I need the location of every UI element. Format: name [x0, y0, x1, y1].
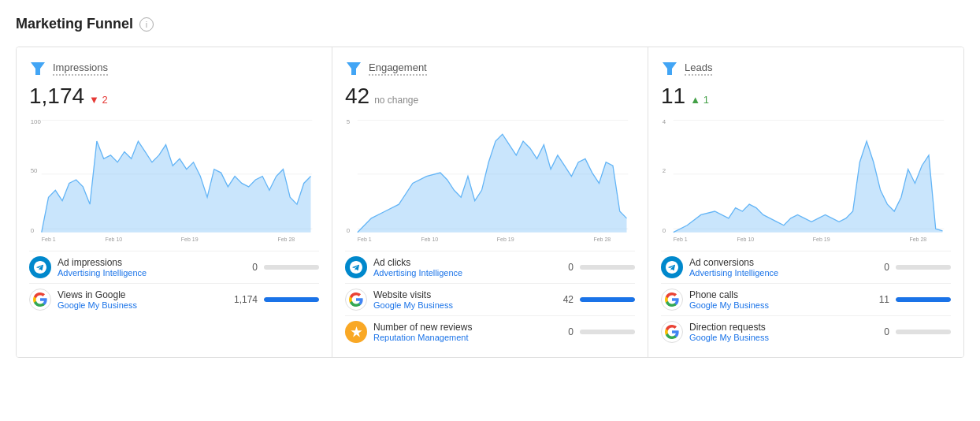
svg-marker-12 — [347, 62, 361, 75]
svg-marker-23 — [663, 62, 677, 75]
source-bar — [896, 297, 951, 302]
source-row-new-reviews: ★ Number of new reviews Reputation Manag… — [345, 315, 635, 348]
source-info: Number of new reviews Reputation Managem… — [373, 322, 544, 342]
sources-list: Ad clicks Advertising Intelligence 0 Web… — [345, 251, 635, 348]
page-title: Marketing Funnel — [16, 16, 133, 32]
source-row-ad-impressions: Ad impressions Advertising Intelligence … — [29, 251, 319, 283]
svg-text:0: 0 — [31, 227, 35, 234]
source-info: Direction requests Google My Business — [689, 322, 859, 342]
source-bar-wrap — [264, 265, 319, 270]
chart-engagement: 5 0 Feb 1 Feb 10 Feb 19 Feb 28 — [345, 117, 635, 243]
svg-text:0: 0 — [663, 227, 666, 234]
source-link[interactable]: Google My Business — [58, 300, 228, 310]
source-count: 42 — [550, 294, 574, 305]
svg-text:Feb 1: Feb 1 — [358, 237, 372, 242]
funnel-icon — [29, 60, 46, 77]
source-link[interactable]: Advertising Intelligence — [689, 268, 859, 278]
info-icon[interactable]: i — [139, 17, 154, 32]
svg-marker-18 — [358, 134, 627, 232]
svg-text:Feb 19: Feb 19 — [813, 237, 830, 242]
source-bar-wrap — [580, 330, 635, 334]
svg-text:Feb 10: Feb 10 — [105, 237, 122, 242]
svg-text:2: 2 — [663, 167, 666, 174]
metric-row: 11 ▲ 1 — [661, 84, 951, 109]
metric-value: 11 — [661, 84, 685, 109]
source-link[interactable]: Google My Business — [373, 300, 544, 310]
google-icon — [345, 289, 367, 311]
source-bar-wrap — [264, 297, 319, 302]
source-info: Ad impressions Advertising Intelligence — [58, 257, 228, 278]
source-info: Ad clicks Advertising Intelligence — [373, 257, 544, 278]
source-bar — [264, 297, 319, 302]
svg-text:4: 4 — [663, 118, 666, 125]
source-row-website-visits: Website visits Google My Business 42 — [345, 283, 635, 315]
source-bar — [580, 297, 635, 302]
metric-change: ▲ 1 — [690, 94, 709, 106]
source-row-ad-conversions: Ad conversions Advertising Intelligence … — [661, 251, 951, 283]
source-name: Phone calls — [689, 289, 859, 300]
svg-text:Feb 1: Feb 1 — [674, 237, 688, 242]
telegram-icon — [345, 256, 367, 278]
panel-leads: Leads 11 ▲ 1 4 2 0 — [648, 47, 963, 357]
marketing-funnel-panels: Impressions 1,174 ▼ 2 100 50 0 — [16, 47, 964, 358]
telegram-icon — [29, 256, 51, 278]
panel-title: Engagement — [369, 61, 427, 76]
svg-text:0: 0 — [347, 227, 351, 234]
svg-text:50: 50 — [31, 167, 38, 174]
metric-row: 42 no change — [345, 84, 635, 109]
svg-text:5: 5 — [347, 118, 351, 125]
source-row-phone-calls: Phone calls Google My Business 11 — [661, 283, 951, 315]
source-link[interactable]: Advertising Intelligence — [373, 268, 544, 278]
panel-impressions: Impressions 1,174 ▼ 2 100 50 0 — [17, 47, 332, 357]
source-count: 0 — [866, 262, 889, 273]
google-icon — [661, 321, 683, 343]
source-row-ad-clicks: Ad clicks Advertising Intelligence 0 — [345, 251, 635, 283]
funnel-icon — [345, 60, 362, 77]
source-name: Ad impressions — [58, 257, 228, 268]
google-icon — [661, 289, 683, 311]
svg-text:Feb 28: Feb 28 — [277, 237, 295, 242]
source-name: Number of new reviews — [373, 322, 544, 333]
svg-text:Feb 19: Feb 19 — [181, 237, 199, 242]
source-name: Website visits — [373, 289, 544, 300]
svg-text:100: 100 — [31, 118, 42, 125]
source-bar-wrap — [580, 265, 635, 270]
source-info: Ad conversions Advertising Intelligence — [689, 257, 859, 278]
source-info: Website visits Google My Business — [373, 289, 544, 310]
svg-text:Feb 1: Feb 1 — [42, 237, 56, 242]
svg-text:Feb 28: Feb 28 — [593, 237, 611, 242]
telegram-icon — [661, 256, 683, 278]
source-count: 1,174 — [234, 294, 258, 305]
source-bar-wrap — [896, 297, 951, 302]
source-name: Ad conversions — [689, 257, 859, 268]
source-bar-wrap — [580, 297, 635, 302]
metric-change: ▼ 2 — [89, 94, 108, 106]
panel-header: Impressions — [29, 60, 319, 77]
source-count: 0 — [234, 262, 258, 273]
source-count: 11 — [866, 294, 889, 305]
source-name: Ad clicks — [373, 257, 544, 268]
metric-change: no change — [374, 95, 418, 106]
source-info: Views in Google Google My Business — [58, 289, 228, 310]
svg-marker-7 — [42, 141, 311, 233]
source-count: 0 — [866, 326, 889, 337]
source-count: 0 — [550, 262, 574, 273]
panel-title: Impressions — [53, 61, 108, 76]
svg-text:Feb 28: Feb 28 — [909, 237, 926, 242]
panel-title: Leads — [685, 61, 712, 76]
svg-marker-30 — [674, 141, 943, 233]
source-row-direction-requests: Direction requests Google My Business 0 — [661, 315, 951, 348]
chart-leads: 4 2 0 Feb 1 Feb 10 Feb 19 Feb 28 — [661, 117, 951, 243]
source-row-views-google: Views in Google Google My Business 1,174 — [29, 283, 319, 315]
source-name: Direction requests — [689, 322, 859, 333]
google-icon — [29, 289, 51, 311]
panel-header: Engagement — [345, 60, 635, 77]
source-link[interactable]: Google My Business — [689, 300, 859, 310]
source-link[interactable]: Advertising Intelligence — [58, 268, 228, 278]
source-link[interactable]: Reputation Management — [373, 333, 544, 342]
source-link[interactable]: Google My Business — [689, 333, 859, 342]
panel-header: Leads — [661, 60, 951, 77]
chart-impressions: 100 50 0 Feb 1 Feb 10 Feb 19 Feb 28 — [29, 117, 319, 243]
source-count: 0 — [550, 326, 574, 337]
metric-value: 42 — [345, 84, 369, 109]
